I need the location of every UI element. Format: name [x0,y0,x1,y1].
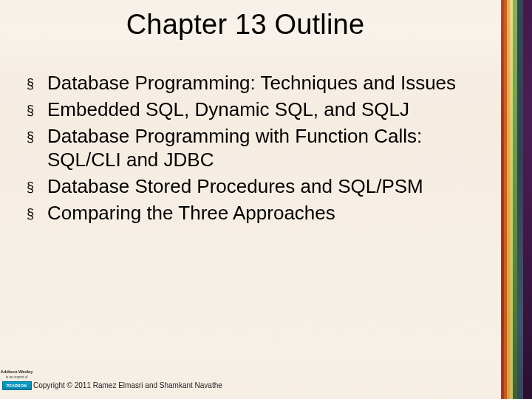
bullet-icon: § [27,77,34,90]
list-item-text: Comparing the Three Approaches [47,201,485,225]
list-item: § Database Programming: Techniques and I… [27,71,485,95]
copyright-text: Copyright © 2011 Ramez Elmasri and Shamk… [33,381,488,389]
publisher-logo: Addison-Wesley is an imprint of PEARSON [0,369,33,399]
list-item: § Database Stored Procedures and SQL/PSM [27,174,485,198]
list-item-text: Database Programming with Function Calls… [47,124,485,171]
decor-stripes [501,0,532,399]
list-item-text: Database Programming: Techniques and Iss… [47,71,485,95]
list-item-text: Database Stored Procedures and SQL/PSM [47,174,485,198]
publisher-tagline: is an imprint of [0,375,33,380]
bullet-icon: § [27,103,34,117]
slide: Chapter 13 Outline § Database Programmin… [0,0,532,399]
stripe-6 [523,0,532,399]
list-item: § Database Programming with Function Cal… [27,124,485,171]
bullet-icon: § [27,207,34,220]
bullet-icon: § [27,130,34,143]
list-item-text: Embedded SQL, Dynamic SQL, and SQLJ [47,98,485,121]
slide-title: Chapter 13 Outline [0,9,491,41]
stripe-5 [517,0,523,399]
bullet-list: § Database Programming: Techniques and I… [27,71,485,228]
pearson-badge: PEARSON [2,381,32,390]
bullet-icon: § [27,180,34,194]
pearson-text: PEARSON [7,383,27,388]
list-item: § Comparing the Three Approaches [27,201,485,225]
publisher-name: Addison-Wesley [0,369,33,375]
list-item: § Embedded SQL, Dynamic SQL, and SQLJ [27,98,485,121]
